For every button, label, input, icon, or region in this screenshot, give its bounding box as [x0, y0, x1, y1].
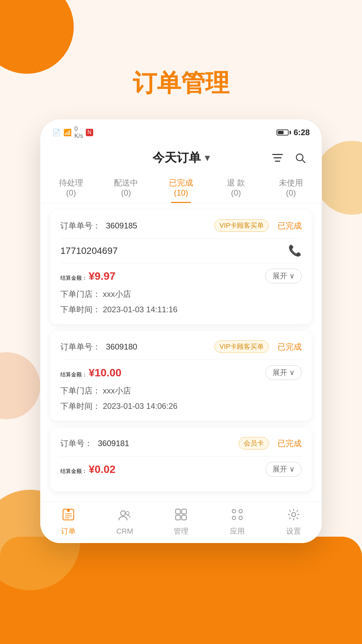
- tab-unused-label: 未使用: [263, 177, 318, 188]
- order-number-label-1: 订单单号：: [60, 220, 101, 231]
- tab-pending-count: (0): [44, 188, 99, 198]
- store-value-2: xxx小店: [103, 386, 131, 395]
- manage-nav-label: 管理: [174, 526, 188, 536]
- order-time-row-1: 下单时间： 2023-01-03 14:11:16: [60, 304, 302, 315]
- order-header-1: 订单单号： 3609185 VIP卡顾客买单 已完成: [60, 219, 302, 232]
- tab-delivering-label: 配送中: [99, 177, 154, 188]
- settings-nav-icon: [287, 508, 300, 524]
- time-label-1: 下单时间：: [60, 305, 101, 314]
- search-button[interactable]: [292, 150, 308, 166]
- order-number-label-2: 订单单号：: [60, 341, 101, 352]
- order-tag-3: 会员卡: [239, 437, 269, 449]
- order-number-value-2: 3609180: [106, 342, 137, 352]
- sim-icon: 📄: [52, 128, 61, 137]
- tab-completed[interactable]: 已完成 (10): [154, 173, 208, 203]
- expand-button-2[interactable]: 展开 ∨: [265, 365, 302, 380]
- header-title-area[interactable]: 今天订单 ▾: [153, 150, 209, 166]
- svg-rect-12: [176, 509, 180, 514]
- svg-point-19: [239, 516, 242, 520]
- order-number-value-3: 3609181: [98, 439, 129, 448]
- amount-value-1: ¥9.97: [88, 270, 115, 282]
- nfc-icon: N: [86, 129, 93, 136]
- nav-item-settings[interactable]: 设置: [277, 508, 310, 536]
- tab-pending-label: 待处理: [44, 177, 99, 188]
- divider-3a: [60, 456, 302, 457]
- wifi-icon: 📶: [63, 128, 72, 137]
- svg-rect-2: [275, 161, 280, 162]
- expand-button-3[interactable]: 展开 ∨: [265, 462, 302, 477]
- header: 今天订单 ▾: [40, 143, 322, 173]
- clock: 6:28: [294, 128, 310, 137]
- nav-item-orders[interactable]: 订单: [52, 508, 85, 536]
- time-value-2: 2023-01-03 14:06:26: [103, 401, 178, 411]
- expand-label-1: 展开: [273, 271, 287, 281]
- nav-item-apps[interactable]: 应用: [221, 508, 254, 536]
- status-right: 6:28: [277, 128, 310, 137]
- time-label-2: 下单时间：: [60, 401, 101, 411]
- amount-value-2: ¥10.00: [88, 367, 121, 379]
- manage-nav-icon: [174, 508, 188, 524]
- order-header-2: 订单单号： 3609180 VIP卡顾客买单 已完成: [60, 340, 302, 353]
- order-number-label-3: 订单号：: [60, 438, 93, 449]
- svg-point-6: [67, 509, 70, 512]
- amount-label-1: 结算金额： ¥9.97: [60, 270, 116, 282]
- divider-2a: [60, 360, 302, 360]
- order-store-row-1: 下单门店： xxx小店: [60, 289, 302, 300]
- status-left-icons: 📄 📶 0K/s N: [52, 125, 93, 140]
- tab-completed-label: 已完成: [154, 177, 208, 188]
- apps-nav-icon: [231, 508, 244, 524]
- amount-label-text-1: 结算金额：: [60, 275, 87, 281]
- orders-nav-icon: [62, 508, 75, 524]
- phone-mockup: 📄 📶 0K/s N 6:28 今天订单 ▾: [40, 119, 322, 543]
- store-label-1: 下单门店：: [60, 289, 101, 299]
- header-title-text: 今天订单: [153, 150, 201, 166]
- order-list: 订单单号： 3609185 VIP卡顾客买单 已完成 17710204697 📞…: [40, 203, 322, 498]
- expand-chevron-icon-3: ∨: [289, 465, 295, 474]
- tab-unused[interactable]: 未使用 (0): [263, 173, 318, 203]
- svg-point-18: [232, 516, 236, 520]
- order-number-value-1: 3609185: [106, 221, 137, 230]
- svg-point-16: [232, 509, 236, 513]
- order-time-row-2: 下单时间： 2023-01-03 14:06:26: [60, 401, 302, 412]
- order-status-2: 已完成: [278, 341, 302, 352]
- nav-item-manage[interactable]: 管理: [164, 508, 198, 536]
- order-status-3: 已完成: [278, 438, 302, 449]
- apps-nav-label: 应用: [230, 526, 245, 536]
- svg-point-20: [292, 513, 296, 517]
- tab-completed-count: (10): [154, 188, 208, 198]
- nav-item-crm[interactable]: CRM: [108, 508, 141, 536]
- tab-refund-count: (0): [208, 188, 263, 198]
- amount-label-text-2: 结算金额：: [60, 372, 87, 377]
- order-tag-1: VIP卡顾客买单: [215, 219, 269, 232]
- svg-rect-1: [274, 157, 282, 158]
- amount-label-text-3: 结算金额：: [60, 468, 87, 474]
- order-store-row-2: 下单门店： xxx小店: [60, 385, 302, 396]
- expand-button-1[interactable]: 展开 ∨: [265, 269, 302, 283]
- amount-value-3: ¥0.02: [88, 463, 115, 475]
- amount-label-3: 结算金额： ¥0.02: [60, 463, 116, 476]
- tab-delivering[interactable]: 配送中 (0): [99, 173, 154, 203]
- filter-button[interactable]: [269, 150, 286, 166]
- svg-rect-0: [272, 154, 283, 155]
- svg-point-11: [126, 512, 129, 515]
- orders-nav-label: 订单: [61, 526, 76, 536]
- order-card-3: 订单号： 3609181 会员卡 已完成 结算金额： ¥0.02 展开 ∨: [50, 428, 312, 491]
- svg-point-10: [121, 511, 125, 516]
- tab-refund[interactable]: 退 款 (0): [208, 173, 263, 203]
- tab-delivering-count: (0): [99, 188, 154, 198]
- order-amount-row-1: 结算金额： ¥9.97 展开 ∨: [60, 269, 302, 283]
- svg-rect-15: [182, 515, 186, 520]
- svg-point-17: [239, 509, 242, 513]
- order-amount-row-3: 结算金额： ¥0.02 展开 ∨: [60, 462, 302, 486]
- expand-chevron-icon-1: ∨: [289, 272, 295, 280]
- bg-decoration-right: [315, 141, 362, 215]
- expand-label-3: 展开: [273, 464, 287, 474]
- phone-call-icon-1[interactable]: 📞: [288, 244, 302, 258]
- divider-1a: [60, 238, 302, 239]
- tab-bar: 待处理 (0) 配送中 (0) 已完成 (10) 退 款 (0) 未使用 (0): [40, 173, 322, 203]
- tab-refund-label: 退 款: [208, 177, 263, 188]
- tab-unused-count: (0): [263, 188, 318, 198]
- battery-icon: [277, 129, 291, 136]
- tab-pending[interactable]: 待处理 (0): [44, 173, 99, 203]
- crm-nav-label: CRM: [116, 527, 133, 536]
